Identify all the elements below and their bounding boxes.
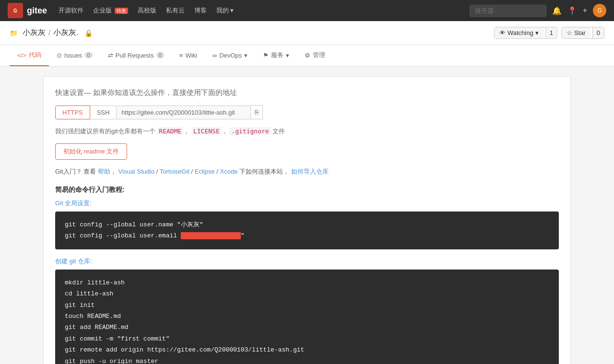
tab-admin-label: 管理 xyxy=(313,51,325,59)
location-icon[interactable]: 📍 xyxy=(567,6,577,15)
https-button[interactable]: HTTPS xyxy=(55,106,90,119)
url-selector: HTTPS SSH ⎘ xyxy=(55,105,559,119)
watch-button[interactable]: 👁 Watching ▾ xyxy=(495,27,543,38)
pr-icon: ⇄ xyxy=(108,52,113,59)
global-config-code: git config --global user.name "小灰灰" git … xyxy=(55,211,559,249)
git-intro: Git入门？ 查看 帮助， Visual Studio / TortoiseGi… xyxy=(55,167,559,176)
tab-services-label: 服务 xyxy=(271,51,283,59)
global-config-label: Git 全局设置: xyxy=(55,199,559,208)
tab-code-label: 代码 xyxy=(29,51,41,59)
tab-admin[interactable]: ⚙ 管理 xyxy=(297,45,333,66)
star-button[interactable]: ☆ Star xyxy=(562,27,590,38)
nav-enterprise[interactable]: 企业版 特惠 xyxy=(93,6,128,15)
help-link[interactable]: 帮助 xyxy=(98,168,110,175)
ssh-button[interactable]: SSH xyxy=(90,106,117,119)
breadcrumb-separator: / xyxy=(48,29,50,37)
tortoisegit-link[interactable]: TortoiseGit xyxy=(160,168,189,175)
nav-private-cloud[interactable]: 私有云 xyxy=(166,6,185,15)
navbar-right: 🔔 📍 + G xyxy=(470,4,606,17)
brand[interactable]: G gitee xyxy=(8,3,47,18)
avatar[interactable]: G xyxy=(593,4,606,17)
redacted-email: ████████████████ xyxy=(181,232,241,239)
nav-university[interactable]: 高校版 xyxy=(138,6,156,15)
create-repo-code: mkdir little-ash cd little-ash git init … xyxy=(55,270,559,364)
content-box: 快速设置— 如果你知道该怎么操作，直接使用下面的地址 HTTPS SSH ⎘ 我… xyxy=(43,76,571,364)
repo-folder-icon: 📁 xyxy=(10,29,18,37)
quick-setup-title-text: 快速设置— xyxy=(55,88,91,96)
issues-badge: 0 xyxy=(84,52,92,59)
plus-icon[interactable]: + xyxy=(583,6,587,15)
repo-url-input[interactable] xyxy=(117,106,251,119)
tab-devops[interactable]: ∞ DevOps ▾ xyxy=(205,45,255,66)
star-count[interactable]: 0 xyxy=(592,27,604,38)
services-icon: ⚑ xyxy=(263,52,269,59)
star-label: Star xyxy=(574,29,586,36)
devops-icon: ∞ xyxy=(213,52,217,59)
enterprise-badge: 特惠 xyxy=(115,8,128,14)
readme-badge: README xyxy=(157,127,183,135)
license-badge: LICENSE xyxy=(191,127,222,135)
bell-icon[interactable]: 🔔 xyxy=(552,6,562,15)
admin-icon: ⚙ xyxy=(305,52,310,59)
tab-pullrequests[interactable]: ⇄ Pull Requests 0 xyxy=(100,45,172,66)
create-repo-label: 创建 git 仓库: xyxy=(55,257,559,266)
main-content: 快速设置— 如果你知道该怎么操作，直接使用下面的地址 HTTPS SSH ⎘ 我… xyxy=(34,76,580,364)
tab-code[interactable]: </> 代码 xyxy=(10,45,49,66)
visual-studio-link[interactable]: Visual Studio xyxy=(118,168,154,175)
search-input[interactable] xyxy=(470,5,546,17)
init-readme-button[interactable]: 初始化 readme 文件 xyxy=(55,143,127,160)
nav-blog[interactable]: 博客 xyxy=(194,6,207,15)
star-icon: ☆ xyxy=(567,29,572,36)
gitignore-badge: .gitignore xyxy=(229,127,271,135)
navbar: G gitee 开源软件 企业版 特惠 高校版 私有云 博客 我的 ▾ 🔔 📍 … xyxy=(0,0,614,21)
repo-actions: 👁 Watching ▾ 1 ☆ Star 0 xyxy=(494,27,604,39)
breadcrumb-owner[interactable]: 小灰灰 xyxy=(23,28,46,38)
xcode-link[interactable]: Xcode xyxy=(220,168,238,175)
tab-pr-label: Pull Requests xyxy=(116,52,154,59)
watch-label: Watching xyxy=(508,29,533,36)
tab-services[interactable]: ⚑ 服务 ▾ xyxy=(255,45,297,66)
tabs: </> 代码 ⊙ Issues 0 ⇄ Pull Requests 0 ≡ Wi… xyxy=(0,45,614,67)
breadcrumb: 📁 小灰灰 / 小灰灰. 🔒 xyxy=(10,28,93,38)
tab-devops-label: DevOps xyxy=(219,52,242,59)
copy-button[interactable]: ⎘ xyxy=(251,105,263,119)
star-button-group: ☆ Star 0 xyxy=(561,27,604,39)
pr-badge: 0 xyxy=(156,52,164,59)
code-icon: </> xyxy=(17,52,26,59)
tab-wiki-label: Wiki xyxy=(185,52,197,59)
nav-opensource[interactable]: 开源软件 xyxy=(59,6,83,15)
tab-wiki[interactable]: ≡ Wiki xyxy=(172,45,205,66)
tab-issues[interactable]: ⊙ Issues 0 xyxy=(49,45,100,66)
gitee-logo: G xyxy=(8,3,23,18)
import-repo-link[interactable]: 如何导入仓库 xyxy=(291,168,329,175)
brand-text: gitee xyxy=(27,6,47,16)
nav-mine[interactable]: 我的 ▾ xyxy=(216,6,234,15)
watch-count[interactable]: 1 xyxy=(545,27,557,38)
recommend-text: 我们强烈建议所有的git仓库都有一个 README， LICENSE， .git… xyxy=(55,127,559,136)
wiki-icon: ≡ xyxy=(179,52,183,59)
eye-icon: 👁 xyxy=(499,29,506,36)
quick-setup-subtitle: 如果你知道该怎么操作，直接使用下面的地址 xyxy=(93,88,237,96)
issue-icon: ⊙ xyxy=(57,52,62,59)
svg-text:G: G xyxy=(13,8,17,13)
breadcrumb-repo[interactable]: 小灰灰. xyxy=(53,28,78,38)
eclipse-link[interactable]: Eclipse xyxy=(195,168,215,175)
sub-header: 📁 小灰灰 / 小灰灰. 🔒 👁 Watching ▾ 1 ☆ Star 0 xyxy=(0,21,614,45)
chevron-down-icon: ▾ xyxy=(535,29,539,36)
nav-links: 开源软件 企业版 特惠 高校版 私有云 博客 我的 ▾ xyxy=(59,6,234,15)
lock-icon: 🔒 xyxy=(84,29,93,37)
command-section-title: 简易的命令行入门教程: xyxy=(55,186,559,194)
tab-issues-label: Issues xyxy=(64,52,83,59)
watch-button-group: 👁 Watching ▾ 1 xyxy=(494,27,557,39)
quick-setup-title: 快速设置— 如果你知道该怎么操作，直接使用下面的地址 xyxy=(55,88,559,97)
